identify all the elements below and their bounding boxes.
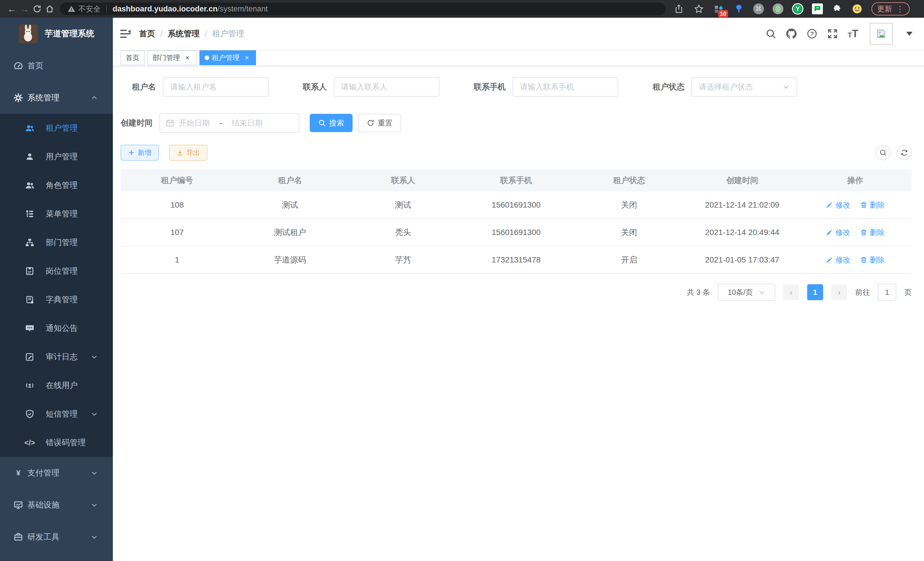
sidebar-item-dict[interactable]: 字典管理: [0, 285, 113, 314]
delete-link[interactable]: 删除: [860, 228, 885, 238]
page-1-button[interactable]: 1: [807, 284, 823, 300]
sidebar-item-errcode[interactable]: </> 错误码管理: [0, 428, 113, 457]
header-search-icon[interactable]: [765, 28, 776, 39]
share-icon[interactable]: [673, 3, 685, 15]
browser-forward-icon[interactable]: →: [18, 3, 31, 15]
tab-home[interactable]: 首页: [121, 50, 145, 65]
close-icon[interactable]: ×: [183, 54, 191, 62]
sidebar-toggle-icon[interactable]: [120, 28, 131, 39]
sidebar-item-label: 研发工具: [27, 532, 59, 542]
browser-reload-icon[interactable]: [31, 3, 44, 15]
profile-avatar-icon[interactable]: [851, 3, 863, 15]
avatar[interactable]: [870, 23, 892, 45]
balloon-extension-icon[interactable]: [733, 3, 745, 15]
goto-page-input[interactable]: [878, 284, 896, 301]
prev-page-button[interactable]: ‹: [783, 284, 799, 300]
security-label: 不安全: [78, 4, 100, 14]
chevron-down-icon: [91, 353, 98, 361]
edit-link[interactable]: 修改: [826, 255, 850, 265]
sidebar-item-post[interactable]: 岗位管理: [0, 257, 113, 285]
add-button-label: 新增: [138, 148, 152, 157]
edit-link[interactable]: 修改: [826, 228, 850, 238]
reset-button[interactable]: 重置: [358, 114, 401, 132]
sidebar-item-notice[interactable]: 通知公告: [0, 314, 113, 343]
page-size-select[interactable]: 10条/页: [718, 284, 775, 301]
status-select[interactable]: 请选择租户状态: [692, 77, 797, 97]
sidebar-item-menu[interactable]: 菜单管理: [0, 200, 113, 228]
security-warning-icon: [68, 5, 75, 13]
sidebar-item-role[interactable]: 角色管理: [0, 171, 113, 200]
search-button[interactable]: 搜索: [310, 114, 352, 132]
font-size-icon[interactable]: TT: [848, 29, 858, 39]
gear-icon: [14, 93, 23, 102]
user-icon: [25, 152, 34, 161]
tenant-name-input[interactable]: [163, 77, 268, 97]
export-button[interactable]: 导出: [169, 145, 207, 161]
chevron-up-icon: [91, 94, 98, 102]
chevron-down-icon: [91, 469, 98, 477]
refresh-icon-button[interactable]: [897, 145, 912, 160]
update-label: 更新: [877, 4, 892, 14]
caret-down-icon[interactable]: [906, 32, 913, 36]
fullscreen-icon[interactable]: [827, 28, 838, 39]
tab-dept[interactable]: 部门管理 ×: [147, 50, 196, 65]
breadcrumb-separator: /: [205, 29, 207, 38]
delete-link[interactable]: 删除: [860, 255, 885, 265]
bookmark-star-icon[interactable]: [693, 3, 705, 15]
breadcrumb-system[interactable]: 系统管理: [168, 28, 200, 39]
sidebar-item-system[interactable]: 系统管理: [0, 82, 113, 114]
shield-icon: [25, 409, 34, 419]
sidebar-item-label: 审计日志: [46, 351, 78, 362]
address-bar[interactable]: 不安全 dashboard.yudao.iocoder.cn /system/t…: [60, 3, 666, 15]
sidebar-item-label: 岗位管理: [46, 266, 78, 277]
extension-collector-icon[interactable]: 10: [713, 3, 724, 15]
column-header: 租户状态: [573, 175, 686, 186]
sidebar-item-user[interactable]: 用户管理: [0, 142, 113, 171]
app-title: 芋道管理系统: [45, 28, 94, 39]
breadcrumb-current: 租户管理: [212, 28, 244, 39]
calendar-icon: [166, 119, 174, 127]
online-icon: [25, 381, 34, 390]
chat-extension-icon[interactable]: [812, 3, 823, 14]
close-icon[interactable]: ×: [243, 54, 251, 62]
edit-link[interactable]: 修改: [826, 200, 850, 210]
command-extension-icon[interactable]: ⌘: [753, 3, 764, 14]
column-header: 创建时间: [686, 175, 799, 186]
edit-label: 修改: [836, 228, 850, 238]
tenant-created: 2021-01-05 17:03:47: [686, 255, 799, 265]
puzzle-extensions-icon[interactable]: [831, 3, 843, 15]
add-button[interactable]: 新增: [121, 145, 159, 161]
browser-update-button[interactable]: 更新 ⋮: [872, 2, 910, 15]
sidebar-item-dept[interactable]: 部门管理: [0, 228, 113, 257]
tab-tenant[interactable]: 租户管理 ×: [200, 50, 256, 65]
date-range-picker[interactable]: 开始日期 - 结束日期: [159, 113, 299, 133]
tenant-name-group: [163, 77, 268, 97]
mobile-input[interactable]: [513, 77, 618, 97]
breadcrumb-home[interactable]: 首页: [139, 28, 155, 39]
next-page-button[interactable]: ›: [831, 284, 847, 300]
sidebar-item-infra[interactable]: 基础设施: [0, 489, 113, 521]
sidebar-item-tenant[interactable]: 租户管理: [0, 114, 113, 142]
recorder-extension-icon[interactable]: [772, 3, 783, 14]
github-icon[interactable]: [786, 28, 797, 39]
tenant-table: 租户编号 租户名 联系人 联系手机 租户状态 创建时间 操作 108 测试 测试…: [121, 169, 912, 274]
help-icon[interactable]: ?: [807, 28, 818, 39]
url-host: dashboard.yudao.iocoder.cn: [112, 5, 218, 14]
sidebar-item-devtools[interactable]: 研发工具: [0, 521, 113, 553]
navbar: 首页 / 系统管理 / 租户管理 ? TT: [113, 18, 924, 50]
y-extension-icon[interactable]: Y: [792, 3, 803, 15]
contact-input[interactable]: [334, 77, 440, 97]
sidebar-item-home[interactable]: 首页: [0, 50, 113, 82]
sidebar-item-sms[interactable]: 短信管理: [0, 400, 113, 428]
show-search-icon-button[interactable]: [876, 145, 891, 160]
browser-back-icon[interactable]: ←: [6, 3, 18, 15]
sidebar-item-online-users[interactable]: 在线用户: [0, 371, 113, 400]
delete-link[interactable]: 删除: [860, 200, 885, 210]
browser-menu-icon[interactable]: ⋮: [896, 4, 904, 14]
chevron-down-icon: [91, 501, 98, 509]
browser-home-icon[interactable]: [44, 3, 56, 15]
created-label: 创建时间: [121, 117, 153, 128]
app-logo-row[interactable]: 芋道管理系统: [0, 18, 113, 50]
sidebar-item-pay[interactable]: ¥ 支付管理: [0, 457, 113, 489]
sidebar-item-audit-log[interactable]: 审计日志: [0, 343, 113, 371]
